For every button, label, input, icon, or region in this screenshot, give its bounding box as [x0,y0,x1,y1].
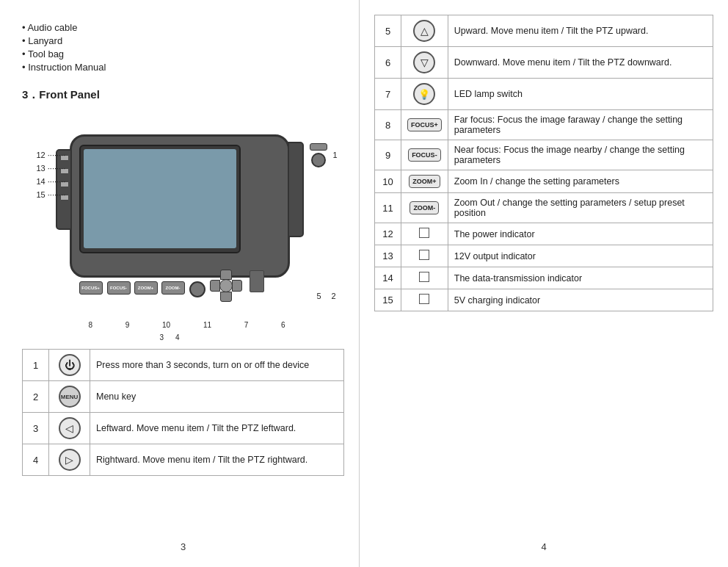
label-8: 8 [88,321,92,329]
row-desc: Rightward. Move menu item / Tilt the PTZ… [90,444,344,476]
row-number: 5 [375,15,401,47]
row-desc: Menu key [90,381,344,413]
row-number: 10 [375,170,401,193]
row-icon: ▽ [401,47,448,79]
row-desc: 12V output indicator [448,245,713,267]
button-labels: 8 9 10 11 7 6 [22,321,344,329]
label-9: 9 [125,321,130,329]
row-icon: 💡 [401,79,448,110]
row-desc: Press more than 3 seconds, turn on or of… [90,350,344,381]
row-number: 6 [375,47,401,79]
row-icon [401,245,448,267]
table-row: 5 △ Upward. Move menu item / Tilt the PT… [375,15,713,47]
table-row: 8 FOCUS+ Far focus: Focus the image fara… [375,110,713,140]
row-desc: LED lamp switch [448,79,713,110]
callout-14: 14 ········ [37,177,66,186]
table-row: 9 FOCUS- Near focus: Focus the image nea… [375,140,713,170]
table-row: 1 ⏻ Press more than 3 seconds, turn on o… [23,350,344,381]
row-number: 1 [23,350,49,381]
row-icon: ZOOM- [401,193,448,223]
section-title: 3．Front Panel [22,88,344,102]
row-icon: △ [401,15,448,47]
label-7: 7 [244,321,249,329]
row-icon: ZOOM+ [401,170,448,193]
right-page-number: 4 [374,531,713,552]
callout-15: 15 ········ [37,190,66,199]
accessory-item: Lanyard [22,35,344,46]
table-row: 12 The power indicator [375,223,713,245]
accessory-list: Audio cable Lanyard Tool bag Instruction… [22,22,344,75]
row-icon: ▷ [49,444,90,476]
callout-5: 5 [316,292,321,300]
left-page-number: 3 [22,531,344,552]
label-11: 11 [203,321,211,329]
table-row: 4 ▷ Rightward. Move menu item / Tilt the… [23,444,344,476]
row-desc: The power indicator [448,223,713,245]
row-desc: 5V charging indicator [448,289,713,311]
table-row: 10 ZOOM+ Zoom In / change the setting pa… [375,170,713,193]
row-desc: Downward. Move menu item / Tilt the PTZ … [448,47,713,79]
row-number: 8 [375,110,401,140]
table-row: 2 MENU Menu key [23,381,344,413]
row-icon: ⏻ [49,350,90,381]
row-number: 7 [375,79,401,110]
row-desc: The data-transmission indicator [448,267,713,289]
callout-2: 2 [331,292,335,300]
row-icon [401,223,448,245]
row-icon: MENU [49,381,90,413]
row-number: 13 [375,245,401,267]
callout-12: 12 ········ [37,151,66,159]
row-number: 9 [375,140,401,170]
table-row: 11 ZOOM- Zoom Out / change the setting p… [375,193,713,223]
row-number: 2 [23,381,49,413]
dpad-labels: 3 4 [22,333,344,342]
label-6: 6 [281,321,285,329]
row-icon: FOCUS+ [401,110,448,140]
left-reference-table: 1 ⏻ Press more than 3 seconds, turn on o… [22,349,344,476]
right-reference-table: 5 △ Upward. Move menu item / Tilt the PT… [374,15,713,311]
row-icon: FOCUS- [401,140,448,170]
table-row: 3 ◁ Leftward. Move menu item / Tilt the … [23,413,344,444]
row-icon [401,289,448,311]
row-desc: Leftward. Move menu item / Tilt the PTZ … [90,413,344,444]
row-icon: ◁ [49,413,90,444]
table-row: 13 12V output indicator [375,245,713,267]
callout-13: 13 ········ [37,164,66,173]
row-number: 12 [375,223,401,245]
accessory-item: Audio cable [22,22,344,33]
table-row: 14 The data-transmission indicator [375,267,713,289]
accessory-item: Tool bag [22,48,344,59]
row-desc: Near focus: Focus the image nearby / cha… [448,140,713,170]
row-number: 14 [375,267,401,289]
table-row: 7 💡 LED lamp switch [375,79,713,110]
table-row: 15 5V charging indicator [375,289,713,311]
row-desc: Far focus: Focus the image faraway / cha… [448,110,713,140]
callout-1: 1 [332,151,337,159]
row-desc: Upward. Move menu item / Tilt the PTZ up… [448,15,713,47]
row-number: 15 [375,289,401,311]
row-number: 4 [23,444,49,476]
row-number: 3 [23,413,49,444]
row-number: 11 [375,193,401,223]
accessory-item: Instruction Manual [22,62,344,73]
row-icon [401,267,448,289]
right-page: 5 △ Upward. Move menu item / Tilt the PT… [360,0,728,567]
row-desc: Zoom Out / change the setting parameters… [448,193,713,223]
device-diagram: FOCUS+ FOCUS- ZOOM+ ZOOM- 1 2 5 [29,112,338,318]
row-desc: Zoom In / change the setting parameters [448,170,713,193]
label-10: 10 [162,321,170,329]
table-row: 6 ▽ Downward. Move menu item / Tilt the … [375,47,713,79]
left-page: Audio cable Lanyard Tool bag Instruction… [0,0,360,567]
